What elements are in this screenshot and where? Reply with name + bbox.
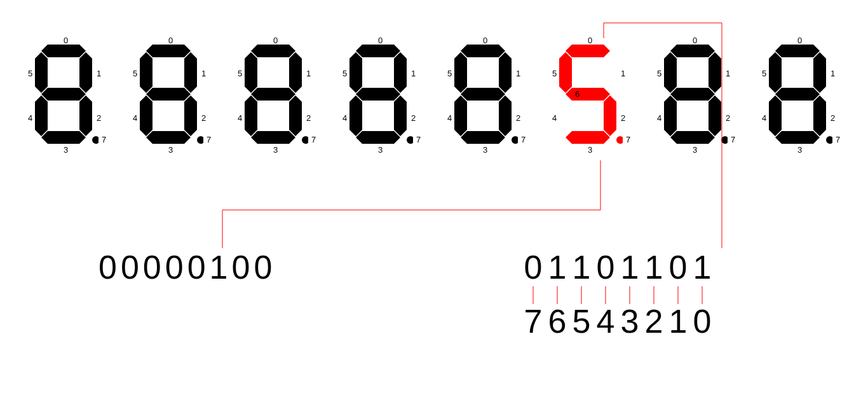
seven-segment-digit-3: 01234567 (346, 38, 416, 153)
svg-marker-24 (356, 45, 400, 57)
svg-marker-33 (499, 52, 512, 93)
segment-label-3: 3 (273, 145, 278, 155)
svg-marker-19 (251, 131, 295, 144)
svg-marker-43 (566, 131, 610, 144)
segment-label-1: 1 (411, 69, 416, 78)
svg-marker-41 (604, 52, 616, 93)
svg-marker-13 (140, 52, 153, 93)
seven-segment-digit-2: 01234567 (241, 38, 311, 153)
segment-label-6: 6 (470, 89, 475, 99)
svg-marker-25 (394, 52, 407, 93)
svg-marker-60 (769, 95, 782, 136)
svg-marker-32 (461, 45, 505, 57)
segment-bit-2: 1 (569, 248, 593, 286)
segment-label-2: 2 (726, 113, 730, 123)
svg-marker-56 (775, 45, 820, 57)
svg-marker-17 (289, 52, 302, 93)
svg-marker-50 (709, 95, 721, 136)
seven-segment-icon (35, 45, 98, 146)
segment-label-2: 2 (831, 113, 835, 123)
svg-marker-36 (454, 95, 467, 136)
svg-marker-46 (566, 88, 610, 101)
segment-label-3: 3 (168, 145, 173, 155)
segment-bit-7: 1 (690, 248, 714, 286)
segment-label-4: 4 (552, 113, 557, 123)
seven-segment-row: 01234567 01234567 01234567 01234567 0123… (32, 38, 836, 153)
svg-marker-14 (146, 88, 191, 101)
svg-marker-42 (604, 95, 616, 136)
segment-label-5: 5 (28, 69, 32, 78)
segment-label-7: 7 (731, 135, 735, 144)
segment-bit-5: 1 (642, 248, 666, 286)
bit-index-3: 4 (593, 302, 618, 340)
svg-point-55 (721, 136, 728, 144)
segment-label-5: 5 (342, 69, 347, 78)
segment-label-3: 3 (483, 145, 487, 155)
svg-marker-37 (454, 52, 467, 93)
segment-label-7: 7 (102, 135, 106, 144)
svg-point-47 (616, 136, 623, 144)
segment-label-3: 3 (797, 145, 802, 155)
seven-segment-icon (664, 45, 728, 146)
svg-marker-48 (670, 45, 715, 57)
svg-marker-8 (146, 45, 191, 57)
seven-segment-icon (140, 45, 203, 146)
svg-marker-35 (461, 131, 505, 144)
segment-label-6: 6 (680, 89, 684, 99)
svg-point-23 (302, 136, 308, 144)
segment-label-6: 6 (156, 89, 160, 99)
segment-bit-0: 0 (521, 248, 545, 286)
segment-label-1: 1 (201, 69, 206, 78)
segment-label-2: 2 (201, 113, 206, 123)
segment-label-4: 4 (657, 113, 661, 123)
segment-label-1: 1 (621, 69, 625, 78)
segment-label-0: 0 (693, 36, 697, 45)
segment-label-6: 6 (365, 89, 370, 99)
segment-bit-4: 1 (618, 248, 642, 286)
svg-marker-44 (559, 95, 572, 136)
segment-label-5: 5 (657, 69, 661, 78)
svg-marker-22 (251, 88, 295, 101)
bit-index-7: 0 (690, 302, 714, 340)
svg-marker-45 (559, 52, 572, 93)
svg-marker-27 (356, 131, 400, 144)
segment-label-2: 2 (97, 113, 101, 123)
bit-index-5: 2 (642, 302, 666, 340)
svg-marker-21 (245, 52, 257, 93)
svg-marker-58 (813, 95, 826, 136)
segment-label-0: 0 (273, 36, 278, 45)
segment-label-0: 0 (588, 36, 592, 45)
seven-segment-digit-1: 01234567 (137, 38, 207, 153)
segment-label-3: 3 (64, 145, 68, 155)
svg-marker-26 (394, 95, 407, 136)
segment-bit-6: 0 (666, 248, 690, 286)
seven-segment-digit-0: 01234567 (32, 38, 102, 153)
svg-marker-0 (41, 45, 86, 57)
svg-marker-9 (184, 52, 197, 93)
svg-point-7 (92, 136, 98, 144)
svg-marker-29 (349, 52, 362, 93)
segment-label-5: 5 (238, 69, 242, 78)
segment-label-6: 6 (575, 89, 580, 99)
segment-label-4: 4 (238, 113, 242, 123)
segment-label-1: 1 (831, 69, 835, 78)
bit-index-row: 76543210 (521, 302, 714, 340)
segment-label-7: 7 (521, 135, 526, 144)
svg-marker-38 (461, 88, 505, 101)
segment-label-5: 5 (447, 69, 452, 78)
segment-label-6: 6 (785, 89, 789, 99)
bit-index-6: 1 (666, 302, 690, 340)
segment-label-4: 4 (28, 113, 32, 123)
segment-label-0: 0 (168, 36, 173, 45)
segment-label-7: 7 (207, 135, 211, 144)
segment-label-1: 1 (516, 69, 520, 78)
svg-marker-1 (79, 52, 92, 93)
svg-marker-16 (251, 45, 295, 57)
svg-marker-34 (499, 95, 512, 136)
segment-label-1: 1 (726, 69, 730, 78)
seven-segment-digit-7: 01234567 (766, 38, 836, 153)
svg-point-15 (197, 136, 203, 144)
segment-label-6: 6 (51, 89, 55, 99)
svg-marker-4 (35, 95, 48, 136)
segment-label-4: 4 (447, 113, 452, 123)
